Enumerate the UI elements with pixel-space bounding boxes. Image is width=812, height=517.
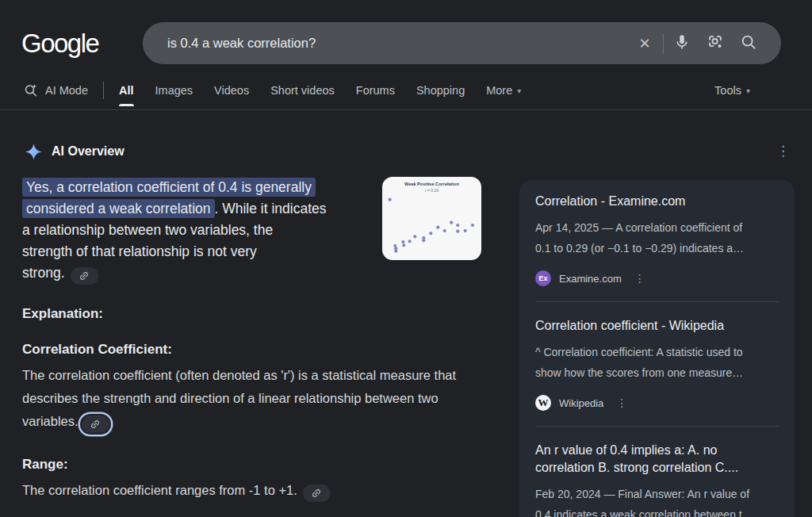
- examine-favicon: Ex: [535, 270, 551, 286]
- section-body-correlation-coefficient: The correlation coefficient (often denot…: [22, 364, 457, 433]
- tab-more[interactable]: More ▾: [486, 84, 521, 97]
- tab-label: Tools: [714, 84, 741, 97]
- source-card: Correlation - Examine.com Apr 14, 2025 —…: [535, 193, 779, 286]
- section-heading-explanation: Explanation:: [22, 306, 504, 322]
- snippet-text: 0.4 indicates a weak correlation between…: [535, 508, 753, 517]
- google-lens-icon: [707, 33, 724, 54]
- chevron-down-icon: ▾: [517, 86, 521, 95]
- citation-link-chip-focused[interactable]: [82, 416, 109, 433]
- search-bar-divider: [663, 33, 664, 54]
- source-card-title[interactable]: Correlation coefficient - Wikipedia: [535, 317, 779, 335]
- answer-text: a relationship between two variables, th…: [22, 222, 273, 238]
- search-icon: [740, 33, 757, 54]
- tab-label: Images: [155, 84, 193, 97]
- snippet-text: 0.1 to 0.29 (or −0.1 to −0.29) indicates…: [535, 242, 744, 255]
- tab-short-videos[interactable]: Short videos: [270, 84, 335, 97]
- answer-text: strength of that relationship is not ver…: [22, 243, 257, 259]
- scatter-plot-svg: Weak Positive Correlationr = 0.29: [382, 177, 481, 260]
- search-bar[interactable]: is 0.4 a weak correlation? ✕: [143, 22, 781, 64]
- source-card-title[interactable]: Correlation - Examine.com: [535, 193, 779, 210]
- search-submit-button[interactable]: [732, 27, 765, 60]
- tab-shopping[interactable]: Shopping: [416, 84, 465, 97]
- tab-ai-mode[interactable]: AI Mode: [24, 83, 88, 98]
- voice-search-button[interactable]: [665, 27, 699, 60]
- snippet-text: show how the scores from one measure…: [535, 366, 743, 379]
- source-menu-button[interactable]: ⋮: [616, 396, 627, 409]
- source-card: Correlation coefficient - Wikipedia ^ Co…: [535, 317, 779, 411]
- card-divider: [535, 426, 779, 427]
- tab-forums[interactable]: Forums: [356, 84, 395, 97]
- ai-answer-text: Yes, a correlation coefficient of 0.4 is…: [22, 177, 381, 285]
- section-body-text: The correlation coefficient ranges from …: [22, 483, 297, 497]
- source-card-snippet: Apr 14, 2025 — A correlation coefficient…: [535, 218, 779, 258]
- citation-link-chip[interactable]: [303, 484, 331, 502]
- microphone-icon: [673, 33, 691, 54]
- svg-text:r = 0.29: r = 0.29: [425, 188, 439, 193]
- ai-overview-menu-button[interactable]: ⋮: [772, 144, 795, 159]
- source-card-snippet: ^ Correlation coefficient: A statistic u…: [535, 343, 779, 383]
- wikipedia-favicon: W: [535, 395, 551, 411]
- source-card: An r value of 0.4 implies a: A. no corre…: [535, 442, 779, 517]
- tab-label: Videos: [214, 84, 249, 97]
- ai-overview-body: Yes, a correlation coefficient of 0.4 is…: [22, 177, 504, 517]
- source-card-title[interactable]: An r value of 0.4 implies a: A. no corre…: [535, 442, 779, 477]
- snippet-text: Apr 14, 2025 — A correlation coefficient…: [535, 221, 742, 234]
- answer-text: . While it indicates: [215, 201, 327, 216]
- lens-search-button[interactable]: [699, 27, 732, 60]
- tab-images[interactable]: Images: [155, 84, 193, 97]
- source-attribution-row[interactable]: W Wikipedia ⋮: [535, 395, 779, 411]
- google-search-results-page: Google is 0.4 a weak correlation? ✕: [0, 0, 812, 517]
- results-content: AI Overview ⋮ Yes, a correlation coeffic…: [0, 110, 812, 517]
- tab-label: Forums: [356, 84, 395, 97]
- sources-panel: Correlation - Examine.com Apr 14, 2025 —…: [519, 180, 795, 517]
- close-icon: ✕: [638, 35, 650, 52]
- search-input[interactable]: is 0.4 a weak correlation?: [167, 36, 628, 51]
- tools-button[interactable]: Tools ▾: [714, 84, 750, 97]
- source-name: Wikipedia: [559, 397, 603, 409]
- ai-overview-header: AI Overview ⋮: [22, 142, 795, 161]
- tab-videos[interactable]: Videos: [214, 84, 249, 97]
- chevron-down-icon: ▾: [746, 86, 750, 95]
- source-name: Examine.com: [559, 273, 622, 285]
- section-heading-range: Range:: [22, 457, 504, 473]
- snippet-text: Feb 20, 2024 — Final Answer: An r value …: [535, 488, 749, 500]
- source-menu-button[interactable]: ⋮: [634, 272, 645, 285]
- google-logo[interactable]: Google: [21, 29, 102, 59]
- tab-label: Short videos: [270, 84, 335, 97]
- tab-label: More: [486, 84, 512, 97]
- search-bar-actions: ✕: [628, 27, 765, 60]
- source-attribution-row[interactable]: Ex Examine.com ⋮: [535, 270, 779, 286]
- clear-search-button[interactable]: ✕: [628, 27, 661, 60]
- section-body-range: The correlation coefficient ranges from …: [22, 479, 457, 502]
- svg-text:Weak Positive Correlation: Weak Positive Correlation: [404, 182, 459, 186]
- source-card-snippet: Feb 20, 2024 — Final Answer: An r value …: [535, 484, 779, 517]
- sparkle-icon: [25, 144, 42, 160]
- ai-mode-icon: [24, 83, 38, 98]
- scatter-plot-thumbnail[interactable]: Weak Positive Correlationr = 0.29: [382, 177, 481, 260]
- tab-all[interactable]: All: [119, 84, 134, 97]
- tab-label: All: [119, 84, 134, 97]
- tab-label: Shopping: [416, 84, 465, 97]
- answer-text: strong.: [22, 265, 65, 281]
- snippet-text: ^ Correlation coefficient: A statistic u…: [535, 346, 743, 358]
- card-divider: [535, 301, 779, 302]
- results-tab-bar: AI Mode All Images Videos Short videos F…: [0, 64, 812, 100]
- search-header: Google is 0.4 a weak correlation? ✕: [0, 0, 812, 64]
- ai-overview-label: AI Overview: [52, 144, 124, 159]
- section-heading-correlation-coefficient: Correlation Coefficient:: [22, 342, 504, 358]
- tab-bar-divider: [103, 82, 104, 99]
- citation-link-chip[interactable]: [71, 267, 98, 285]
- tab-label: AI Mode: [45, 84, 88, 97]
